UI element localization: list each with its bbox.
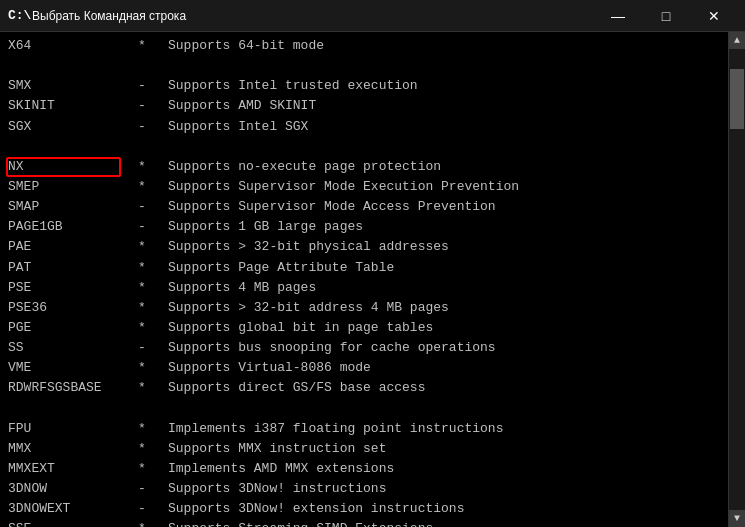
- feature-flag: *: [138, 36, 168, 56]
- feature-flag: -: [138, 96, 168, 116]
- feature-desc: Supports Page Attribute Table: [168, 258, 394, 278]
- feature-name: SMX: [8, 76, 138, 96]
- scroll-track[interactable]: [729, 49, 745, 510]
- titlebar: C:\ Выбрать Командная строка — □ ✕: [0, 0, 745, 32]
- feature-desc: Supports Intel trusted execution: [168, 76, 418, 96]
- feature-desc: Implements i387 floating point instructi…: [168, 419, 503, 439]
- table-row: NX * Supports no-execute page protection: [8, 157, 720, 177]
- feature-flag: -: [138, 479, 168, 499]
- table-row: X64 * Supports 64-bit mode: [8, 36, 720, 56]
- feature-desc: Implements AMD MMX extensions: [168, 459, 394, 479]
- feature-name: VME: [8, 358, 138, 378]
- feature-desc: Supports 3DNow! instructions: [168, 479, 386, 499]
- table-row: PSE36 * Supports > 32-bit address 4 MB p…: [8, 298, 720, 318]
- feature-name: PSE36: [8, 298, 138, 318]
- table-row: SS - Supports bus snooping for cache ope…: [8, 338, 720, 358]
- feature-desc: Supports Streaming SIMD Extensions: [168, 519, 433, 527]
- feature-flag: *: [138, 298, 168, 318]
- window-title: Выбрать Командная строка: [32, 9, 595, 23]
- feature-name: PSE: [8, 278, 138, 298]
- scroll-down-arrow[interactable]: ▼: [729, 510, 746, 527]
- feature-flag: *: [138, 439, 168, 459]
- table-row: 3DNOWEXT - Supports 3DNow! extension ins…: [8, 499, 720, 519]
- feature-desc: Supports bus snooping for cache operatio…: [168, 338, 496, 358]
- feature-desc: Supports > 32-bit physical addresses: [168, 237, 449, 257]
- table-row: PAT * Supports Page Attribute Table: [8, 258, 720, 278]
- rows-container: X64 * Supports 64-bit mode SMX - Support…: [8, 36, 720, 527]
- scroll-thumb[interactable]: [730, 69, 744, 129]
- table-row: SSE * Supports Streaming SIMD Extensions: [8, 519, 720, 527]
- feature-name: FPU: [8, 419, 138, 439]
- table-row: [8, 137, 720, 157]
- scroll-up-arrow[interactable]: ▲: [729, 32, 746, 49]
- feature-name: X64: [8, 36, 138, 56]
- feature-name: SS: [8, 338, 138, 358]
- feature-name: 3DNOW: [8, 479, 138, 499]
- feature-name: SMAP: [8, 197, 138, 217]
- table-row: SGX - Supports Intel SGX: [8, 117, 720, 137]
- feature-name: SKINIT: [8, 96, 138, 116]
- feature-desc: Supports 64-bit mode: [168, 36, 324, 56]
- feature-flag: -: [138, 217, 168, 237]
- table-row: MMXEXT * Implements AMD MMX extensions: [8, 459, 720, 479]
- feature-desc: Supports 3DNow! extension instructions: [168, 499, 464, 519]
- feature-name: SGX: [8, 117, 138, 137]
- feature-flag: -: [138, 338, 168, 358]
- feature-flag: *: [138, 278, 168, 298]
- table-row: SMAP - Supports Supervisor Mode Access P…: [8, 197, 720, 217]
- table-row: PAGE1GB - Supports 1 GB large pages: [8, 217, 720, 237]
- scrollbar[interactable]: ▲ ▼: [728, 32, 745, 527]
- feature-flag: *: [138, 157, 168, 177]
- feature-name: SSE: [8, 519, 138, 527]
- table-row: SMX - Supports Intel trusted execution: [8, 76, 720, 96]
- feature-name: PAT: [8, 258, 138, 278]
- feature-name: SMEP: [8, 177, 138, 197]
- maximize-button[interactable]: □: [643, 0, 689, 32]
- table-row: PAE * Supports > 32-bit physical address…: [8, 237, 720, 257]
- close-button[interactable]: ✕: [691, 0, 737, 32]
- table-row: PGE * Supports global bit in page tables: [8, 318, 720, 338]
- feature-desc: Supports global bit in page tables: [168, 318, 433, 338]
- feature-flag: *: [138, 459, 168, 479]
- cmd-icon: C:\: [8, 8, 24, 24]
- feature-desc: Supports Virtual-8086 mode: [168, 358, 371, 378]
- feature-flag: *: [138, 177, 168, 197]
- feature-flag: *: [138, 258, 168, 278]
- feature-desc: Supports 1 GB large pages: [168, 217, 363, 237]
- feature-flag: -: [138, 197, 168, 217]
- feature-desc: Supports Supervisor Mode Access Preventi…: [168, 197, 496, 217]
- feature-flag: *: [138, 419, 168, 439]
- feature-desc: Supports direct GS/FS base access: [168, 378, 425, 398]
- feature-desc: Supports AMD SKINIT: [168, 96, 316, 116]
- feature-flag: -: [138, 499, 168, 519]
- content-area: X64 * Supports 64-bit mode SMX - Support…: [0, 32, 745, 527]
- table-row: MMX * Supports MMX instruction set: [8, 439, 720, 459]
- table-row: FPU * Implements i387 floating point ins…: [8, 419, 720, 439]
- feature-name: MMXEXT: [8, 459, 138, 479]
- feature-desc: Supports Supervisor Mode Execution Preve…: [168, 177, 519, 197]
- table-row: PSE * Supports 4 MB pages: [8, 278, 720, 298]
- feature-name: RDWRFSGSBASE: [8, 378, 138, 398]
- feature-desc: Supports no-execute page protection: [168, 157, 441, 177]
- feature-flag: -: [138, 117, 168, 137]
- feature-name: PAE: [8, 237, 138, 257]
- feature-name: 3DNOWEXT: [8, 499, 138, 519]
- table-row: [8, 399, 720, 419]
- feature-flag: *: [138, 519, 168, 527]
- table-row: SKINIT - Supports AMD SKINIT: [8, 96, 720, 116]
- titlebar-controls: — □ ✕: [595, 0, 737, 32]
- terminal: X64 * Supports 64-bit mode SMX - Support…: [0, 32, 728, 527]
- feature-desc: Supports Intel SGX: [168, 117, 308, 137]
- table-row: 3DNOW - Supports 3DNow! instructions: [8, 479, 720, 499]
- minimize-button[interactable]: —: [595, 0, 641, 32]
- feature-name: NX: [8, 157, 138, 177]
- feature-name: MMX: [8, 439, 138, 459]
- feature-desc: Supports 4 MB pages: [168, 278, 316, 298]
- feature-desc: Supports MMX instruction set: [168, 439, 386, 459]
- table-row: [8, 56, 720, 76]
- feature-flag: *: [138, 318, 168, 338]
- feature-flag: *: [138, 378, 168, 398]
- table-row: RDWRFSGSBASE * Supports direct GS/FS bas…: [8, 378, 720, 398]
- table-row: VME * Supports Virtual-8086 mode: [8, 358, 720, 378]
- feature-name: PGE: [8, 318, 138, 338]
